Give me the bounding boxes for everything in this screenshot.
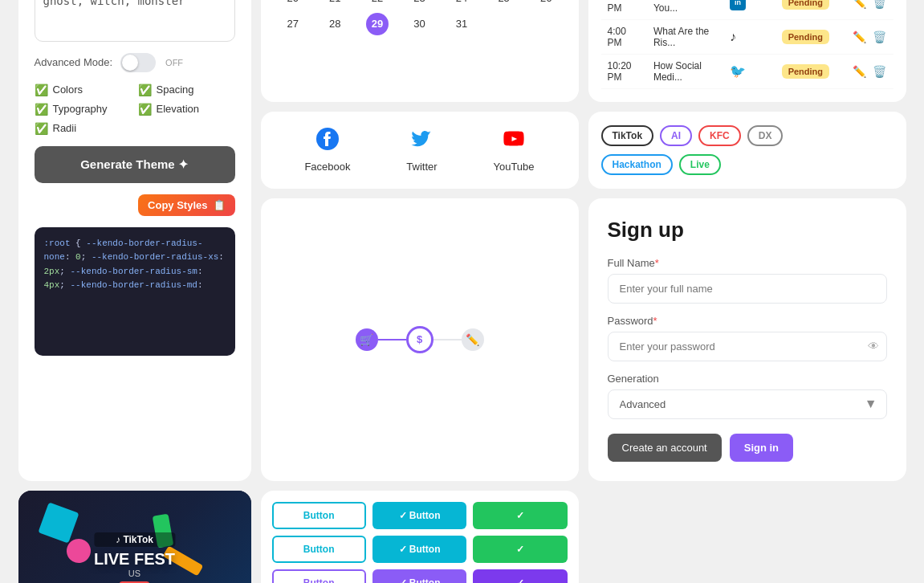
name-label: Full Name* (608, 257, 887, 269)
calendar-grid: SU MO TU WE TH FR SA 1 2 3 4 5 6 7 8 9 1… (274, 0, 566, 35)
eye-icon[interactable]: 👁 (868, 340, 879, 353)
buttons-grid: Button ✓ Button ✓ Button ✓ Button ✓ Butt… (272, 502, 568, 584)
check-spacing: ✅ Spacing (138, 84, 235, 96)
tag-live[interactable]: Live (679, 154, 721, 175)
calendar-panel: October 2024 ‹ Today › SU MO TU WE TH FR… (261, 0, 579, 102)
cell-platform: in (723, 0, 775, 19)
check-typography-label: Typography (53, 103, 108, 115)
generate-theme-button[interactable]: Generate Theme ✦ (35, 146, 235, 183)
cell-platform: ♪ (723, 19, 775, 54)
check-spacing-label: Spacing (157, 84, 194, 96)
create-account-button[interactable]: Create an account (608, 434, 722, 462)
progress-step-edit[interactable]: ✏️ (462, 328, 484, 351)
cal-day-26[interactable]: 26 (535, 0, 557, 10)
grid-btn-2-2[interactable]: ✓ Button (372, 536, 466, 563)
cal-day-23[interactable]: 23 (408, 0, 430, 10)
grid-btn-3-1[interactable]: Button (272, 569, 366, 584)
tag-tiktok[interactable]: TikTok (601, 125, 654, 146)
cell-title: How to Grow You... (647, 0, 723, 19)
tag-hackathon[interactable]: Hackathon (601, 154, 673, 175)
check-radii: ✅ Radii (35, 122, 132, 135)
name-input[interactable] (608, 274, 887, 304)
grid-btn-3-2[interactable]: ✓ Button (372, 569, 466, 584)
check-radii-icon: ✅ (35, 122, 48, 135)
cal-day-28[interactable]: 28 (324, 13, 346, 35)
grid-btn-2-1[interactable]: Button (272, 536, 366, 563)
grid-btn-2-3[interactable]: ✓ (473, 536, 567, 563)
linkedin-icon: in (730, 0, 746, 10)
delete-icon[interactable]: 🗑️ (873, 65, 886, 78)
edit-icon[interactable]: ✏️ (853, 0, 866, 9)
cell-title: What Are the Ris... (647, 19, 723, 54)
cal-day-20[interactable]: 20 (282, 0, 304, 10)
copy-styles-button[interactable]: Copy Styles 📋 (138, 194, 234, 216)
cell-title: How Social Medi... (647, 54, 723, 88)
video-thumbnail: ♪ TikTok LIVE FEST US LIVE (18, 491, 251, 584)
signup-panel: Sign up Full Name* Password* 👁 Generatio… (588, 198, 906, 481)
progress-line-1 (378, 339, 406, 340)
advanced-mode-toggle[interactable] (120, 53, 156, 72)
delete-icon[interactable]: 🗑️ (873, 31, 886, 43)
generation-select[interactable]: Advanced Basic Pro (608, 389, 887, 419)
check-elevation-icon: ✅ (138, 103, 152, 116)
edit-icon[interactable]: ✏️ (853, 65, 866, 78)
check-elevation-label: Elevation (157, 103, 199, 115)
cal-day-21[interactable]: 21 (324, 0, 346, 10)
check-radii-label: Radii (53, 122, 77, 134)
tags-panel: TikTok AI KFC DX Hackathon Live (588, 112, 906, 189)
facebook-label: Facebook (304, 161, 350, 173)
twitter-label: Twitter (406, 161, 437, 173)
table-row: 4:00 PM What Are the Ris... ♪ Pending ✏️… (601, 19, 893, 54)
check-spacing-icon: ✅ (138, 84, 152, 96)
buttons-grid-panel: Button ✓ Button ✓ Button ✓ Button ✓ Butt… (261, 491, 579, 584)
facebook-icon (316, 128, 339, 156)
cell-status: Pending (775, 54, 847, 88)
cal-day-31[interactable]: 31 (450, 13, 473, 35)
grid-btn-1-2[interactable]: ✓ Button (372, 502, 466, 529)
cal-day-25[interactable]: 25 (493, 0, 515, 10)
progress-line-2 (434, 339, 462, 340)
grid-btn-1-1[interactable]: Button (272, 502, 366, 529)
signup-title: Sign up (608, 218, 887, 243)
tag-dx[interactable]: DX (747, 125, 784, 146)
cal-day-24[interactable]: 24 (450, 0, 473, 10)
cell-action: ✏️🗑️ (846, 0, 893, 19)
us-label: US (94, 569, 175, 578)
cal-day-30[interactable]: 30 (408, 13, 430, 35)
edit-icon[interactable]: ✏️ (853, 31, 866, 43)
tags-row-1: TikTok AI KFC DX (601, 125, 893, 146)
progress-step-cart[interactable]: 🛒 (356, 328, 378, 351)
theme-input[interactable]: ghost, witch, monster (35, 0, 235, 42)
cal-day-22[interactable]: 22 (366, 0, 389, 10)
social-link-twitter[interactable]: Twitter (406, 128, 437, 173)
signin-button[interactable]: Sign in (730, 434, 793, 462)
video-overlay: ♪ TikTok LIVE FEST US LIVE (94, 532, 175, 584)
grid-btn-3-3[interactable]: ✓ (473, 569, 567, 584)
social-links-panel: Facebook Twitter YouTube (261, 112, 579, 189)
deco-shape-1 (38, 502, 79, 543)
styles-header: Copy Styles 📋 (35, 194, 235, 216)
delete-icon[interactable]: 🗑️ (873, 0, 886, 9)
social-link-youtube[interactable]: YouTube (493, 128, 534, 173)
schedule-panel: Time Post Title Platform Status Action 8… (588, 0, 906, 102)
progress-track: 🛒 $ ✏️ (356, 326, 484, 353)
grid-btn-1-3[interactable]: ✓ (473, 502, 567, 529)
cal-day-27[interactable]: 27 (282, 13, 304, 35)
cal-day-29-today[interactable]: 29 (366, 13, 389, 35)
password-input[interactable] (608, 332, 887, 361)
tags-row-2: Hackathon Live (601, 154, 893, 175)
left-panel: sakurAI Craft stunning websites effortle… (18, 0, 251, 481)
check-colors-label: Colors (53, 84, 83, 96)
schedule-table: Time Post Title Platform Status Action 8… (601, 0, 893, 89)
table-row: 10:20 PM How to Grow You... in Pending ✏… (601, 0, 893, 19)
cell-platform: 🐦 (723, 54, 775, 88)
checklist: ✅ Colors ✅ Spacing ✅ Typography ✅ Elevat… (35, 84, 235, 135)
cell-status: Pending (775, 0, 847, 19)
progress-step-dollar[interactable]: $ (406, 326, 434, 353)
check-colors-icon: ✅ (35, 84, 48, 96)
password-label: Password* (608, 315, 887, 327)
social-link-facebook[interactable]: Facebook (304, 128, 350, 173)
tag-ai[interactable]: AI (660, 125, 692, 146)
password-wrapper: 👁 (608, 332, 887, 361)
tag-kfc[interactable]: KFC (698, 125, 741, 146)
